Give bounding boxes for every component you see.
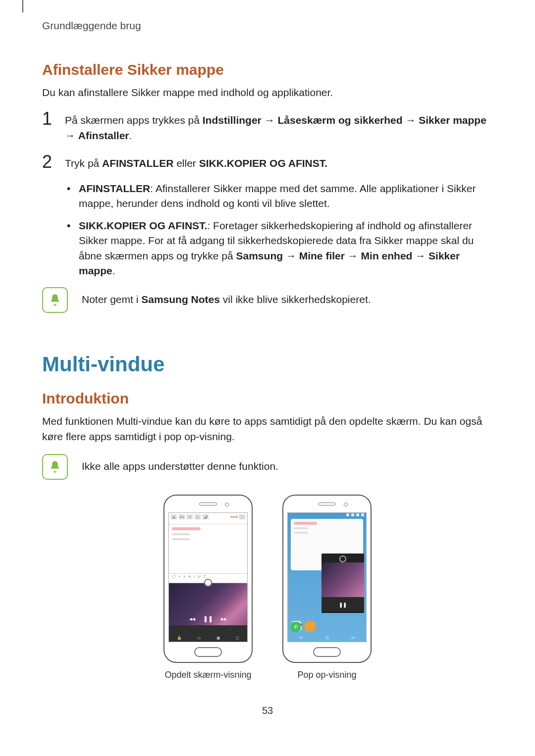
save-icon: SAVE <box>231 514 237 519</box>
arrow: → <box>403 114 419 126</box>
page-number: 53 <box>42 705 493 716</box>
phone-screen: ❚❚ ✆ ▭◻▭ <box>287 512 367 642</box>
arrow: → <box>412 250 428 261</box>
pause-icon: ❚❚ <box>203 615 213 622</box>
step-2: 2 Tryk på AFINSTALLER eller SIKK.KOPIER … <box>42 153 493 171</box>
popup-handle-icon <box>321 554 364 562</box>
step-1-pre: På skærmen apps trykkes på <box>65 114 203 126</box>
figure-popup-view: ❚❚ ✆ ▭◻▭ Pop op-visning <box>282 495 372 680</box>
phone-mockup: ❚❚ ✆ ▭◻▭ <box>282 495 372 663</box>
step-1-path2: Låseskærm og sikkerhed <box>277 114 402 126</box>
arrow: → <box>345 250 361 261</box>
step-2-mid: eller <box>173 157 199 169</box>
bell-icon <box>42 287 68 313</box>
toolbar-icon: abc <box>179 514 185 519</box>
uninstall-heading: Afinstallere Sikker mappe <box>42 61 493 78</box>
next-icon: ▸▸ <box>221 615 227 622</box>
phone-mockup: ▦ abc ✎ ▭ 🎤 SAVE ⋮ <box>163 495 253 663</box>
aspect-icon: ▣ <box>216 636 220 640</box>
recents-icon: ▭ <box>299 635 303 640</box>
video-player: ◂◂❚❚▸▸ 🔒▭▣◻ <box>169 625 247 642</box>
video-thumbnail <box>321 562 364 597</box>
home-button-icon <box>313 647 341 657</box>
arrow: → <box>283 250 299 261</box>
step-2-body: Tryk på AFINSTALLER eller SIKK.KOPIER OG… <box>65 153 327 171</box>
bullet-sikk-kopier: SIKK.KOPIER OG AFINST.: Foretager sikker… <box>67 218 493 279</box>
split-bottom-app: ◂◂❚❚▸▸ 🔒▭▣◻ <box>169 583 247 643</box>
msg-app-icon <box>305 622 315 632</box>
back-icon: ◻ <box>236 636 239 640</box>
note-pre: Noter gemt i <box>82 294 141 305</box>
uninstall-bullets: AFINSTALLER: Afinstallerer Sikker mappe … <box>42 181 493 279</box>
note-app: Samsung Notes <box>141 294 220 305</box>
dot: . <box>129 130 132 141</box>
step-2-opt2: SIKK.KOPIER OG AFINST. <box>199 157 327 169</box>
figure-caption-2: Pop op-visning <box>297 670 356 680</box>
multi-intro: Med funktionen Multi-vindue kan du køre … <box>42 414 493 444</box>
toolbar-icon: 🎤 <box>203 514 209 519</box>
popup-window: ❚❚ <box>321 554 364 613</box>
note-post: vil ikke blive sikkerhedskopieret. <box>220 294 371 305</box>
prev-icon: ◂◂ <box>189 615 195 622</box>
more-icon: ⋮ <box>239 514 245 519</box>
toolbar-icon: ▭ <box>195 514 201 519</box>
nav-bar: 🔒▭▣◻ <box>169 636 247 640</box>
toolbar-icon: ▦ <box>171 514 177 519</box>
note-text: Noter gemt i Samsung Notes vil ikke bliv… <box>82 287 371 307</box>
notes-toolbar: ▦ abc ✎ ▭ 🎤 SAVE ⋮ <box>169 513 247 524</box>
pause-icon: ❚❚ <box>321 597 364 612</box>
player-controls: ◂◂❚❚▸▸ <box>169 615 247 622</box>
home-icon: ◻ <box>325 635 329 640</box>
figure-split-view: ▦ abc ✎ ▭ 🎤 SAVE ⋮ <box>163 495 253 680</box>
step-2-number: 2 <box>42 153 65 171</box>
note-multi-window: Ikke alle apps understøtter denne funkti… <box>42 454 493 480</box>
bullet2-p3: Min enhed <box>361 250 413 261</box>
page-header: Grundlæggende brug <box>42 20 493 32</box>
phone-app-icon: ✆ <box>291 622 301 632</box>
figure-caption-1: Opdelt skærm-visning <box>164 670 251 680</box>
recents-icon: ▭ <box>197 636 201 640</box>
step-1-path4: Afinstaller <box>78 130 129 141</box>
multi-window-heading: Multi-vindue <box>42 353 493 376</box>
home-button-icon <box>194 647 222 657</box>
arrow: → <box>65 130 78 141</box>
split-top-app: ▦ abc ✎ ▭ 🎤 SAVE ⋮ <box>169 513 247 583</box>
note-samsung-notes: Noter gemt i Samsung Notes vil ikke bliv… <box>42 287 493 313</box>
bullet1-label: AFINSTALLER <box>79 183 150 194</box>
step-1-body: På skærmen apps trykkes på Indstillinger… <box>65 110 493 143</box>
note-multi-text: Ikke alle apps understøtter denne funkti… <box>82 454 278 474</box>
arrow: → <box>262 114 278 126</box>
bullet2-p1: Samsung <box>236 250 283 261</box>
lock-icon: 🔒 <box>177 636 182 640</box>
step-1-number: 1 <box>42 110 65 128</box>
step-1-path3: Sikker mappe <box>419 114 486 126</box>
dot: . <box>112 265 115 276</box>
introduction-heading: Introduktion <box>42 390 493 407</box>
back-icon: ▭ <box>351 635 355 640</box>
bullet2-p2: Mine filer <box>299 250 345 261</box>
step-2-pre: Tryk på <box>65 157 102 169</box>
note-content <box>169 524 247 546</box>
toolbar-icon: ✎ <box>187 514 193 519</box>
bell-icon <box>42 454 68 480</box>
uninstall-intro: Du kan afinstallere Sikker mappe med ind… <box>42 85 493 100</box>
split-handle-icon <box>204 579 212 587</box>
figures-row: ▦ abc ✎ ▭ 🎤 SAVE ⋮ <box>42 495 493 680</box>
step-1-path1: Indstillinger <box>203 114 262 126</box>
bullet-afinstaller: AFINSTALLER: Afinstallerer Sikker mappe … <box>67 181 493 211</box>
step-2-opt1: AFINSTALLER <box>102 157 173 169</box>
nav-bar: ▭◻▭ <box>288 634 366 641</box>
phone-screen: ▦ abc ✎ ▭ 🎤 SAVE ⋮ <box>168 512 248 642</box>
bullet2-label: SIKK.KOPIER OG AFINST. <box>79 220 207 231</box>
step-1: 1 På skærmen apps trykkes på Indstilling… <box>42 110 493 143</box>
dock-row-2: ✆ <box>291 622 315 632</box>
